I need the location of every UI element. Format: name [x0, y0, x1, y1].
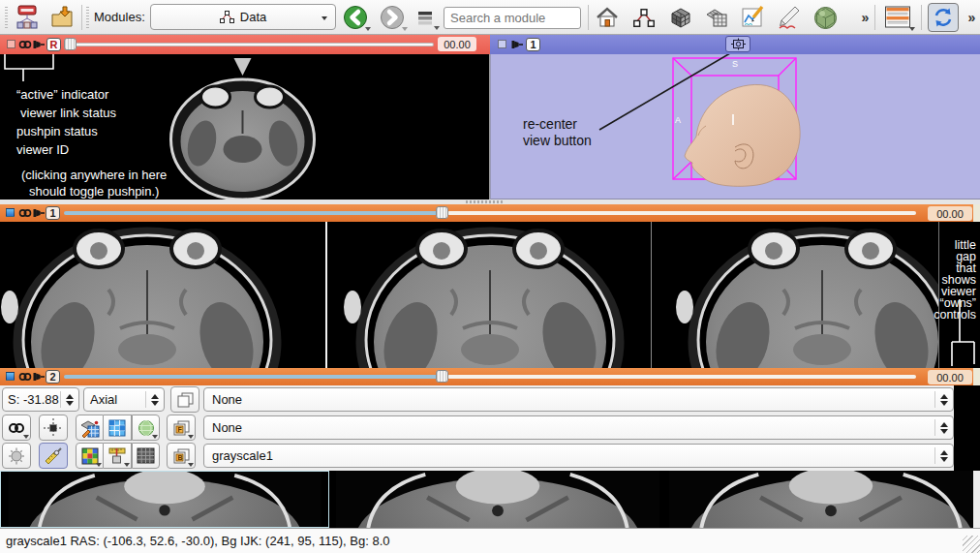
toolbar-grip[interactable] — [5, 7, 8, 28]
foreground-value: None — [204, 420, 934, 435]
slab-reconstruction-button[interactable] — [104, 415, 132, 441]
ruler-annotation-button[interactable] — [39, 443, 68, 469]
slice-offset-slider-handle[interactable] — [436, 370, 448, 383]
slider-track-right[interactable] — [447, 211, 916, 215]
foreground-select-combobox[interactable]: None — [203, 415, 954, 440]
segmentations-module-button[interactable] — [810, 4, 841, 31]
slice-offset-value[interactable]: 00.00 — [928, 370, 972, 384]
labelmap-select-combobox[interactable]: None — [203, 387, 954, 412]
compositing-button[interactable] — [76, 443, 104, 469]
slice-offset-slider-handle[interactable] — [64, 38, 77, 50]
threed-viewport[interactable]: S A re-center view button — [490, 54, 980, 200]
forward-arrow-icon — [380, 5, 405, 30]
slider-track-right[interactable] — [447, 375, 916, 379]
foreground-layer-button[interactable]: F — [167, 415, 196, 441]
data-module-icon — [220, 11, 234, 23]
slider-track-left[interactable] — [64, 375, 442, 379]
resize-grip[interactable] — [963, 536, 980, 553]
bottom-slice-view-1[interactable] — [0, 471, 329, 528]
viewer-id-badge: 2 — [46, 370, 60, 384]
active-indicator[interactable] — [7, 40, 15, 48]
layers-foreground-icon: F — [173, 420, 190, 436]
volume-rendering-module-button[interactable] — [703, 4, 732, 31]
toolbar-overflow-button[interactable]: » — [965, 4, 978, 31]
pushpin-icon[interactable] — [511, 39, 524, 50]
chevron-down-icon[interactable] — [188, 435, 194, 439]
viewers-sync-toggle-button[interactable] — [928, 3, 959, 32]
orientation-combobox[interactable]: Axial — [83, 387, 165, 412]
module-history-button[interactable] — [414, 4, 436, 31]
compare-viewer-bar-1[interactable]: 1 00.00 — [0, 204, 980, 222]
viewer-link-icon[interactable] — [18, 207, 32, 219]
home-module-button[interactable] — [593, 4, 622, 31]
toolbar-overflow-button[interactable]: » — [856, 4, 873, 31]
module-search-input[interactable] — [444, 7, 581, 29]
red-viewer-bar[interactable]: R 00.00 — [0, 35, 490, 54]
chevron-down-icon[interactable] — [96, 463, 102, 467]
bottom-slice-view-2[interactable] — [334, 471, 661, 528]
recenter-view-button[interactable] — [725, 36, 750, 52]
layout-selector-button[interactable] — [881, 4, 914, 31]
background-layer-button[interactable]: B — [167, 443, 196, 469]
compare-slice-view-2[interactable] — [327, 222, 651, 368]
splitter-grip[interactable] — [466, 200, 503, 203]
chevron-down-icon[interactable] — [909, 27, 915, 31]
labelmap-layer-button[interactable] — [170, 386, 199, 413]
viewer-link-icon[interactable] — [18, 39, 32, 50]
threed-viewer-bar[interactable]: 1 — [490, 35, 980, 54]
chevron-down-icon[interactable] — [23, 435, 29, 439]
data-module-button[interactable] — [629, 4, 658, 31]
active-indicator[interactable] — [498, 40, 506, 48]
chevron-down-icon[interactable] — [188, 463, 194, 467]
save-button[interactable] — [48, 4, 76, 31]
slice-controls-panel: S: -31.88 Axial None — [0, 385, 980, 471]
axis-label-superior: S — [732, 59, 738, 69]
plot-chart-icon — [741, 5, 766, 30]
spacing-mode-button[interactable] — [104, 443, 132, 469]
slice-offset-spinbox[interactable]: S: -31.88 — [2, 387, 79, 412]
slider-track-left[interactable] — [64, 211, 442, 215]
chevron-down-icon[interactable] — [152, 435, 158, 439]
reformat-icon — [80, 418, 100, 438]
viewer-id-badge: 1 — [46, 206, 60, 220]
plots-module-button[interactable] — [739, 4, 768, 31]
lightbox-button[interactable] — [2, 443, 31, 469]
toolbar-grip[interactable] — [86, 7, 89, 28]
link-views-button[interactable] — [2, 415, 31, 441]
pushpin-icon[interactable] — [33, 371, 46, 383]
pushpin-icon[interactable] — [33, 207, 46, 219]
spinbox-arrows[interactable] — [145, 391, 164, 407]
slice-offset-slider-track[interactable] — [66, 43, 434, 46]
viewer-link-icon[interactable] — [18, 371, 32, 383]
markups-module-button[interactable] — [775, 4, 804, 31]
reformat-widget-button[interactable] — [76, 415, 104, 441]
mrml-scene-button[interactable] — [13, 4, 42, 31]
combobox-arrows[interactable] — [934, 391, 953, 407]
modules-combobox[interactable]: Data — [150, 4, 336, 30]
chevron-down-icon[interactable] — [402, 27, 408, 31]
interpolation-toggle-button[interactable] — [132, 443, 160, 469]
history-forward-button[interactable] — [379, 4, 405, 31]
slice-offset-slider-handle[interactable] — [436, 206, 448, 219]
combobox-arrows[interactable] — [934, 419, 953, 435]
active-indicator[interactable] — [6, 208, 15, 217]
compare-slice-view-1[interactable] — [0, 222, 325, 368]
pushpin-icon[interactable] — [33, 39, 46, 50]
active-indicator[interactable] — [6, 372, 15, 381]
volumes-module-button[interactable] — [666, 4, 695, 31]
compare-slice-view-3[interactable] — [652, 222, 938, 368]
background-select-combobox[interactable]: grayscale1 — [203, 444, 954, 468]
bottom-slice-view-3[interactable] — [666, 471, 973, 528]
slice-visibility-3d-button[interactable] — [132, 415, 160, 441]
spinbox-arrows[interactable] — [60, 391, 78, 407]
combobox-arrows[interactable] — [934, 447, 953, 463]
slice-offset-value[interactable]: 00.00 — [928, 206, 972, 221]
chevron-down-icon[interactable] — [365, 27, 371, 31]
slice-offset-value[interactable]: 00.00 — [438, 37, 476, 51]
history-back-button[interactable] — [342, 4, 368, 31]
compare-viewer-bar-2[interactable]: 2 00.00 — [0, 368, 980, 385]
red-viewer-viewport[interactable]: “active” indicator viewer link status pu… — [0, 54, 490, 200]
chevron-down-icon[interactable] — [124, 463, 130, 467]
chevron-down-icon[interactable] — [434, 26, 440, 30]
crosshair-button[interactable] — [39, 415, 68, 441]
